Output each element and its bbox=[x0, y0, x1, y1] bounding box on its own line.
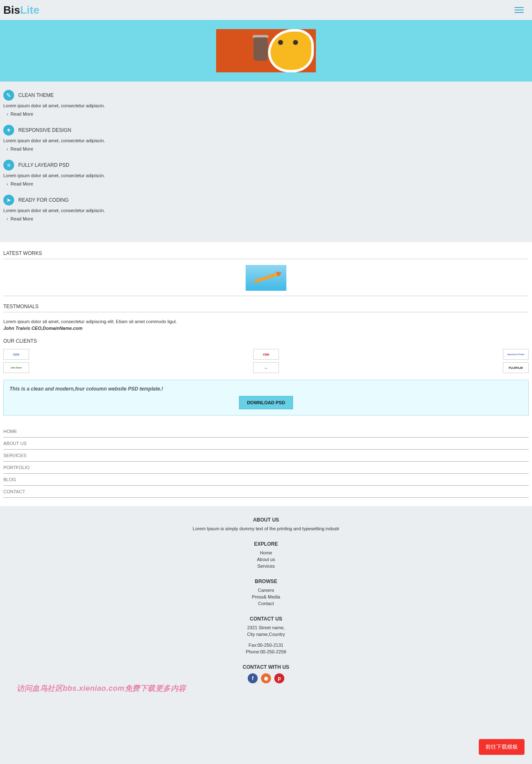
footer-address-1: 2321 Street name, bbox=[3, 625, 529, 630]
nav-about[interactable]: ABOUT US bbox=[3, 438, 529, 450]
feature-title: FULLY LAYEARD PSD bbox=[18, 162, 69, 168]
feature-item: ✎ CLEAN THEME Lorem ipsum dolor sit amet… bbox=[3, 90, 529, 116]
testimonials-heading: TESTMONIALS bbox=[3, 304, 529, 312]
footer-explore: EXPLORE Home About us Services bbox=[3, 541, 529, 569]
pencil-icon: ✎ bbox=[3, 90, 14, 101]
footer-browse: BROWSE Careers Press& Media Contact bbox=[3, 579, 529, 606]
clients-heading: OUR CLIENTS bbox=[3, 338, 529, 346]
testimonial-author: John Traivis CEO,DomainName.com bbox=[3, 326, 529, 331]
footer-link[interactable]: Services bbox=[3, 564, 529, 569]
footer-about-title: ABOUT US bbox=[3, 517, 529, 523]
facebook-icon[interactable]: f bbox=[248, 673, 258, 683]
latest-works-heading: LATEST WORKS bbox=[3, 250, 529, 259]
testimonial-text: Lorem ipsum dolor sit amet, consectetur … bbox=[3, 319, 529, 324]
client-logo[interactable]: FUJIFILM bbox=[503, 362, 529, 373]
hero-banner bbox=[0, 20, 532, 82]
feature-item: ≡ FULLY LAYEARD PSD Lorem ipsum dolor si… bbox=[3, 160, 529, 186]
feature-desc: Lorem ipsum dolor sit amet, consectetur … bbox=[3, 208, 529, 213]
footer-link[interactable]: Home bbox=[3, 550, 529, 555]
hamburger-menu-icon[interactable] bbox=[515, 7, 524, 13]
footer-social: CONTACT WITH US f ◉ p bbox=[3, 664, 529, 683]
chevron-right-icon: › bbox=[7, 112, 8, 116]
logo-part-2: Lite bbox=[20, 4, 39, 16]
download-button[interactable]: DOWNLOAD PSD bbox=[239, 396, 293, 409]
footer-about: ABOUT US Lorem Ipsum is simply dummy tex… bbox=[3, 517, 529, 531]
read-more-link[interactable]: ›Read More bbox=[7, 146, 529, 151]
topbar: BisLite bbox=[0, 0, 532, 20]
testimonial: Lorem ipsum dolor sit amet, consectetur … bbox=[3, 315, 529, 336]
footer-link[interactable]: Contact bbox=[3, 601, 529, 606]
hero-image bbox=[216, 29, 316, 72]
feature-desc: Lorem ipsum dolor sit amet, consectetur … bbox=[3, 138, 529, 143]
nav-contact[interactable]: CONTACT bbox=[3, 486, 529, 498]
client-logo[interactable]: COX bbox=[3, 349, 29, 360]
layers-icon: ≡ bbox=[3, 160, 14, 171]
features-section: ✎ CLEAN THEME Lorem ipsum dolor sit amet… bbox=[0, 82, 532, 242]
footer-browse-title: BROWSE bbox=[3, 579, 529, 584]
feature-title: CLEAN THEME bbox=[18, 92, 54, 98]
logo-part-1: Bis bbox=[3, 4, 20, 16]
nav-portfolio[interactable]: PORTFOLIO bbox=[3, 462, 529, 474]
clients-grid: COX CNN Apartment Finder John Deere — FU… bbox=[3, 346, 529, 380]
footer-contact-title: CONTACT US bbox=[3, 616, 529, 622]
client-logo[interactable]: CNN bbox=[253, 349, 279, 360]
chevron-right-icon: › bbox=[7, 182, 8, 186]
client-logo[interactable]: Apartment Finder bbox=[503, 349, 529, 360]
dribbble-icon[interactable]: ◉ bbox=[261, 673, 271, 683]
feature-title: RESPONSIVE DESIGN bbox=[18, 127, 71, 133]
watermark-text: 访问血鸟社区bbs.xieniao.com免费下载更多内容 bbox=[17, 683, 186, 693]
feature-item: ✶ RESPONSIVE DESIGN Lorem ipsum dolor si… bbox=[3, 125, 529, 151]
works-gallery bbox=[3, 262, 529, 296]
footer-about-text: Lorem Ipsum is simply dummy text of the … bbox=[3, 526, 529, 531]
cursor-icon: ➤ bbox=[3, 195, 14, 205]
feature-desc: Lorem ipsum dolor sit amet, consectetur … bbox=[3, 173, 529, 178]
footer-explore-title: EXPLORE bbox=[3, 541, 529, 547]
client-logo[interactable]: — bbox=[253, 362, 279, 373]
logo[interactable]: BisLite bbox=[3, 4, 39, 17]
pinterest-icon[interactable]: p bbox=[274, 673, 284, 683]
download-banner: This is a clean and modern,four coloumn … bbox=[3, 380, 529, 415]
footer-phone: Phone:00-250-2258 bbox=[3, 649, 529, 654]
chevron-right-icon: › bbox=[7, 217, 8, 221]
nav-services[interactable]: SERVICES bbox=[3, 450, 529, 462]
read-more-link[interactable]: ›Read More bbox=[7, 216, 529, 221]
footer-link[interactable]: Press& Media bbox=[3, 594, 529, 599]
work-thumbnail[interactable] bbox=[246, 265, 286, 291]
read-more-link[interactable]: ›Read More bbox=[7, 111, 529, 116]
client-logo[interactable]: John Deere bbox=[3, 362, 29, 373]
footer-address-2: City name,Country bbox=[3, 632, 529, 637]
nav-home[interactable]: HOME bbox=[3, 425, 529, 438]
download-text: This is a clean and modern,four coloumn … bbox=[10, 386, 522, 392]
read-more-link[interactable]: ›Read More bbox=[7, 181, 529, 186]
expand-icon: ✶ bbox=[3, 125, 14, 136]
footer-contact: CONTACT US 2321 Street name, City name,C… bbox=[3, 616, 529, 654]
footer-fax: Fax:00-250-2131 bbox=[3, 643, 529, 648]
feature-item: ➤ READY FOR CODING Lorem ipsum dolor sit… bbox=[3, 195, 529, 221]
chevron-right-icon: › bbox=[7, 147, 8, 151]
footer-social-title: CONTACT WITH US bbox=[3, 664, 529, 670]
feature-desc: Lorem ipsum dolor sit amet, consectetur … bbox=[3, 103, 529, 108]
main-content: LATEST WORKS TESTMONIALS Lorem ipsum dol… bbox=[0, 242, 532, 506]
page-nav-list: HOME ABOUT US SERVICES PORTFOLIO BLOG CO… bbox=[3, 425, 529, 498]
footer-link[interactable]: Careers bbox=[3, 588, 529, 593]
footer: ABOUT US Lorem Ipsum is simply dummy tex… bbox=[0, 506, 532, 700]
nav-blog[interactable]: BLOG bbox=[3, 474, 529, 486]
footer-link[interactable]: About us bbox=[3, 557, 529, 562]
feature-title: READY FOR CODING bbox=[18, 197, 69, 203]
